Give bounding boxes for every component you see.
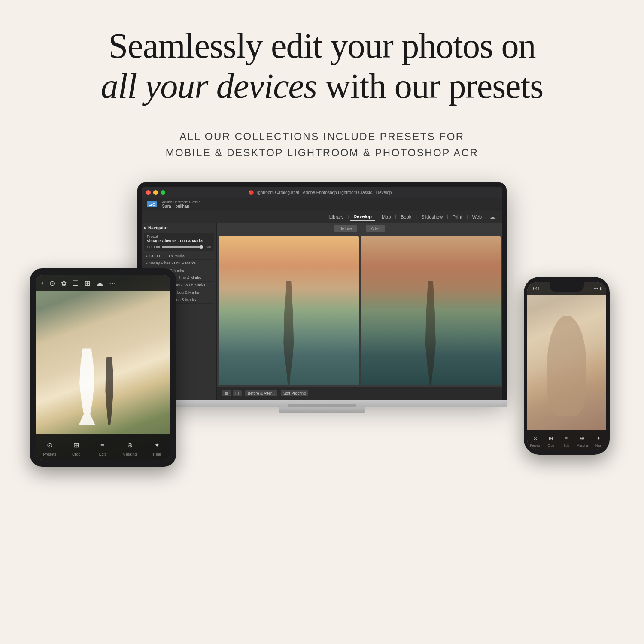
phone-crop-label: Crop (548, 444, 554, 447)
heal-icon: ✦ (151, 439, 163, 451)
subtitle-line1: ALL OUR COLLECTIONS INCLUDE PRESETS FOR (179, 131, 464, 142)
before-after-toggle: Before After (217, 223, 502, 234)
tablet-icon-5[interactable]: ☁ (96, 279, 103, 287)
nav-print[interactable]: Print (449, 213, 466, 220)
phone-frame: 9:41 ▪▪▪ ▮ ⊙ Presets ⊞ Crop (524, 277, 610, 455)
preset-active-name: Vintage Glow 05 - Lou & Marks (147, 239, 211, 243)
window-title-text: 🔴 Lightroom Catalog.lrcat - Adobe Photos… (249, 190, 392, 195)
subtitle-text: ALL OUR COLLECTIONS INCLUDE PRESETS FOR … (101, 128, 543, 161)
window-title: 🔴 Lightroom Catalog.lrcat - Adobe Photos… (142, 190, 498, 195)
lr-main-area: ▸ Navigator Preset Vintage Glow 05 - Lou… (142, 223, 502, 400)
presets-label: Presets (43, 452, 56, 456)
lightroom-interface: LrC Adobe Lightroom Classic Sara Houliha… (142, 198, 502, 400)
phone-presets-icon: ⊙ (531, 434, 540, 443)
phone-masking-label: Masking (577, 444, 588, 447)
grid-view-btn[interactable]: ▦ (222, 390, 231, 396)
phone-masking-icon: ⊕ (577, 434, 587, 443)
tablet-tool-masking[interactable]: ⊕ Masking (122, 439, 137, 456)
signal-icon: ▪▪▪ (594, 286, 598, 291)
navigator-triangle-icon: ▸ (144, 225, 146, 230)
phone-heal-label: Heal (595, 444, 601, 447)
tablet-toolbar: ⊙ Presets ⊞ Crop ≡ Edit ⊕ Masking (36, 434, 170, 460)
phone-time-display: 9:41 (532, 286, 540, 291)
before-after-mode-btn[interactable]: Before & After... (245, 390, 277, 396)
phone-edit-icon: ≡ (562, 434, 571, 443)
tablet-tool-crop[interactable]: ⊞ Crop (70, 439, 82, 456)
masking-icon: ⊕ (124, 439, 136, 451)
crop-label: Crop (72, 452, 81, 456)
tablet-frame: ‹ ⊙ ✿ ☰ ⊞ ☁ ⋯ ⊙ Presets ⊞ Crop (30, 268, 176, 467)
navigator-header: ▸ Navigator (144, 225, 214, 230)
phone-heal-icon: ✦ (594, 434, 603, 443)
phone-photo (527, 282, 606, 450)
phone-tool-presets[interactable]: ⊙ Presets (530, 434, 541, 447)
lr-bottom-bar: ▦ ◫ Before & After... Soft Proofing (217, 387, 502, 400)
phone-tool-heal[interactable]: ✦ Heal (594, 434, 603, 447)
devices-section: 🔴 Lightroom Catalog.lrcat - Adobe Photos… (43, 182, 601, 569)
tablet-screen: ‹ ⊙ ✿ ☰ ⊞ ☁ ⋯ ⊙ Presets ⊞ Crop (36, 275, 170, 460)
laptop-stand (279, 407, 365, 413)
headline-italic: all your devices (101, 67, 317, 106)
preset-item-urban[interactable]: Urban - Lou & Marks (144, 252, 214, 260)
heal-label: Heal (153, 452, 161, 456)
phone-tool-crop[interactable]: ⊞ Crop (546, 434, 556, 447)
laptop-base (137, 400, 507, 407)
nav-library[interactable]: Library (326, 213, 347, 220)
phone-status-icons: ▪▪▪ ▮ (594, 286, 602, 291)
amount-label: Amount (147, 245, 160, 249)
preset-item-vacay[interactable]: Vacay Vibes - Lou & Marks (144, 260, 214, 267)
preset-section-label: Preset (147, 234, 211, 239)
nav-book[interactable]: Book (397, 213, 415, 220)
phone-screen: 9:41 ▪▪▪ ▮ ⊙ Presets ⊞ Crop (527, 282, 606, 450)
loupe-view-btn[interactable]: ◫ (233, 390, 242, 396)
preset-info-box: Preset Vintage Glow 05 - Lou & Marks Amo… (144, 233, 214, 251)
crop-icon: ⊞ (70, 439, 82, 451)
after-label[interactable]: After (366, 225, 385, 232)
headline-line1: Seamlessly edit your photos on (109, 26, 536, 65)
phone-crop-icon: ⊞ (546, 434, 556, 443)
phone-tool-masking[interactable]: ⊕ Masking (577, 434, 588, 447)
battery-icon: ▮ (600, 286, 602, 291)
subtitle-line2: MOBILE & DESKTOP LIGHTROOM & PHOTOSHOP A… (166, 147, 479, 158)
tablet-device: ‹ ⊙ ✿ ☰ ⊞ ☁ ⋯ ⊙ Presets ⊞ Crop (30, 268, 176, 467)
phone-toolbar: ⊙ Presets ⊞ Crop ≡ Edit ⊕ Masking (527, 430, 606, 450)
lr-navbar: Library | Develop | Map | Book | Slidesh… (142, 211, 502, 223)
phone-tool-edit[interactable]: ≡ Edit (562, 434, 571, 447)
phone-notch (550, 282, 584, 292)
lr-app-name: Adobe Lightroom Classic (162, 200, 200, 204)
tablet-icon-1[interactable]: ⊙ (49, 279, 55, 287)
presets-icon: ⊙ (44, 439, 56, 451)
tablet-icon-4[interactable]: ⊞ (85, 279, 90, 287)
cloud-icon: ☁ (489, 213, 495, 221)
tablet-icon-2[interactable]: ✿ (61, 279, 67, 287)
tablet-tool-presets[interactable]: ⊙ Presets (43, 439, 56, 456)
laptop-device: 🔴 Lightroom Catalog.lrcat - Adobe Photos… (137, 182, 507, 413)
nav-map[interactable]: Map (378, 213, 394, 220)
phone-device: 9:41 ▪▪▪ ▮ ⊙ Presets ⊞ Crop (524, 277, 610, 455)
laptop-notch (288, 404, 356, 407)
edit-label: Edit (99, 452, 106, 456)
lr-username: Sara Houlihan (162, 204, 200, 209)
nav-develop[interactable]: Develop (350, 213, 375, 221)
phone-edit-label: Edit (564, 444, 569, 447)
tablet-tool-heal[interactable]: ✦ Heal (151, 439, 163, 456)
headline-text: Seamlessly edit your photos on all your … (101, 26, 543, 107)
headline-section: Seamlessly edit your photos on all your … (67, 26, 577, 161)
tablet-back-button[interactable]: ‹ (41, 279, 43, 287)
photo-comparison (217, 234, 502, 387)
amount-value: 100 (205, 245, 211, 249)
tablet-icon-3[interactable]: ☰ (73, 279, 79, 287)
soft-proofing-btn[interactable]: Soft Proofing (281, 390, 308, 396)
nav-web[interactable]: Web (469, 213, 485, 220)
laptop-titlebar: 🔴 Lightroom Catalog.lrcat - Adobe Photos… (142, 187, 502, 198)
after-photo (361, 236, 501, 385)
before-label[interactable]: Before (334, 225, 357, 232)
laptop-screen: 🔴 Lightroom Catalog.lrcat - Adobe Photos… (137, 182, 507, 400)
view-mode-buttons: ▦ ◫ (222, 390, 242, 396)
edit-icon: ≡ (96, 439, 108, 451)
phone-presets-label: Presets (530, 444, 541, 447)
tablet-photo (36, 275, 170, 460)
tablet-tool-edit[interactable]: ≡ Edit (96, 439, 108, 456)
tablet-icon-6[interactable]: ⋯ (109, 279, 116, 287)
nav-slideshow[interactable]: Slideshow (418, 213, 446, 220)
